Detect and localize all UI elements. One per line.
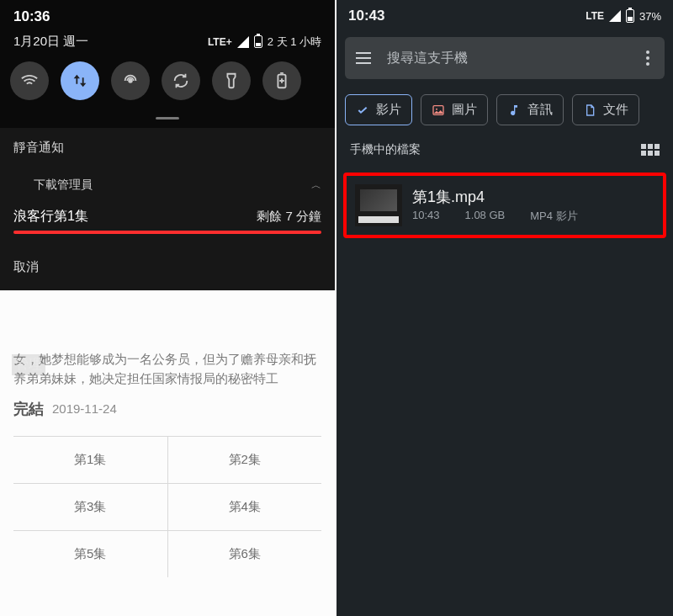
battery-percent: 37% bbox=[639, 10, 661, 23]
cancel-button[interactable]: 取消 bbox=[0, 244, 335, 290]
background-page: 女，她梦想能够成为一名公务员，但为了赡养母亲和抚养弟弟妹妹，她决定担任国家情报局… bbox=[0, 349, 335, 577]
chevron-up-icon[interactable]: ︿ bbox=[311, 178, 321, 193]
download-eta: 剩餘 7 分鐘 bbox=[257, 209, 321, 225]
download-item-name: 浪客行第1集 bbox=[13, 208, 88, 226]
episode-cell[interactable]: 第5集 bbox=[13, 531, 168, 577]
download-notification[interactable]: 下載管理員 ︿ 浪客行第1集 剩餘 7 分鐘 bbox=[0, 167, 335, 244]
svg-point-0 bbox=[129, 79, 132, 82]
data-arrows-icon bbox=[71, 72, 89, 90]
file-name: 第1集.mp4 bbox=[412, 187, 654, 207]
signal-icon bbox=[609, 10, 621, 22]
search-placeholder[interactable]: 搜尋這支手機 bbox=[375, 50, 638, 67]
status-time: 10:36 bbox=[13, 8, 50, 25]
filter-chips: 影片 圖片 音訊 文件 bbox=[336, 84, 673, 135]
wifi-icon bbox=[20, 72, 39, 90]
episode-cell[interactable]: 第4集 bbox=[168, 484, 322, 530]
status-end-label: 完結 bbox=[13, 399, 44, 419]
data-toggle[interactable] bbox=[61, 61, 99, 100]
chip-label: 文件 bbox=[603, 102, 628, 118]
quick-settings-row bbox=[0, 50, 335, 112]
download-manager-label: 下載管理員 bbox=[34, 178, 93, 193]
network-label: LTE bbox=[586, 10, 604, 22]
phone-right-screenshot: 10:43 LTE 37% 搜尋這支手機 影片 圖片 音訊 文件 bbox=[336, 0, 673, 616]
chip-image[interactable]: 圖片 bbox=[421, 94, 488, 125]
hotspot-toggle[interactable] bbox=[111, 61, 150, 100]
episode-cell[interactable]: 第3集 bbox=[13, 484, 168, 530]
grid-view-icon[interactable] bbox=[641, 144, 660, 156]
battery-icon bbox=[254, 35, 262, 48]
notification-group: 靜音通知 下載管理員 ︿ 浪客行第1集 剩餘 7 分鐘 取消 bbox=[0, 128, 335, 290]
muted-notif-label: 靜音通知 bbox=[0, 128, 335, 167]
status-time: 10:43 bbox=[348, 8, 384, 24]
image-icon bbox=[432, 104, 445, 117]
download-icon bbox=[13, 179, 25, 191]
drag-handle[interactable] bbox=[156, 117, 179, 119]
file-size: 1.08 GB bbox=[465, 209, 506, 224]
manage-label: 管理 bbox=[12, 354, 45, 375]
menu-icon[interactable] bbox=[352, 52, 375, 64]
rotate-icon bbox=[172, 72, 190, 90]
status-bar: 10:36 bbox=[0, 0, 335, 34]
network-label: LTE+ bbox=[208, 36, 232, 48]
status-bar: 10:43 LTE 37% bbox=[336, 0, 673, 32]
check-icon bbox=[356, 104, 369, 117]
episode-cell[interactable]: 第6集 bbox=[168, 531, 322, 577]
chip-document[interactable]: 文件 bbox=[572, 94, 639, 125]
battery-saver-icon bbox=[273, 72, 291, 90]
episode-cell[interactable]: 第1集 bbox=[13, 437, 168, 483]
notification-shade: 10:36 1月20日 週一 LTE+ 2 天 1 小時 bbox=[0, 0, 335, 290]
phone-left-screenshot: 10:36 1月20日 週一 LTE+ 2 天 1 小時 bbox=[0, 0, 335, 616]
search-bar[interactable]: 搜尋這支手機 bbox=[345, 37, 665, 79]
more-icon[interactable] bbox=[638, 50, 658, 66]
file-thumbnail bbox=[355, 184, 402, 226]
hotspot-icon bbox=[121, 72, 140, 90]
flashlight-icon bbox=[222, 72, 241, 90]
status-date: 1月20日 週一 bbox=[13, 34, 88, 50]
chip-label: 圖片 bbox=[452, 102, 477, 118]
file-row-highlighted[interactable]: 第1集.mp4 10:43 1.08 GB MP4 影片 bbox=[343, 173, 666, 238]
chip-label: 影片 bbox=[376, 102, 401, 118]
battery-icon bbox=[626, 9, 634, 23]
episode-grid: 第1集 第2集 第3集 第4集 第5集 第6集 bbox=[13, 436, 321, 577]
show-description: 女，她梦想能够成为一名公务员，但为了赡养母亲和抚养弟弟妹妹，她决定担任国家情报局… bbox=[13, 349, 321, 389]
chip-video[interactable]: 影片 bbox=[345, 94, 412, 125]
document-icon bbox=[583, 104, 596, 117]
audio-icon bbox=[507, 104, 521, 117]
files-section-label: 手機中的檔案 bbox=[350, 142, 421, 157]
battery-saver-toggle[interactable] bbox=[262, 61, 301, 100]
chip-label: 音訊 bbox=[527, 102, 553, 118]
status-icons: LTE+ 2 天 1 小時 bbox=[208, 35, 321, 50]
autorotate-toggle[interactable] bbox=[162, 61, 200, 100]
svg-point-3 bbox=[436, 108, 437, 109]
flashlight-toggle[interactable] bbox=[212, 61, 251, 100]
file-time: 10:43 bbox=[412, 209, 440, 224]
wifi-toggle[interactable] bbox=[10, 61, 49, 100]
download-progress-bar bbox=[13, 231, 321, 234]
file-type: MP4 影片 bbox=[530, 209, 577, 224]
episode-cell[interactable]: 第2集 bbox=[168, 437, 322, 483]
battery-text: 2 天 1 小時 bbox=[268, 35, 321, 50]
chip-audio[interactable]: 音訊 bbox=[496, 94, 564, 125]
signal-icon bbox=[237, 36, 249, 48]
status-end-date: 2019-11-24 bbox=[52, 401, 117, 416]
